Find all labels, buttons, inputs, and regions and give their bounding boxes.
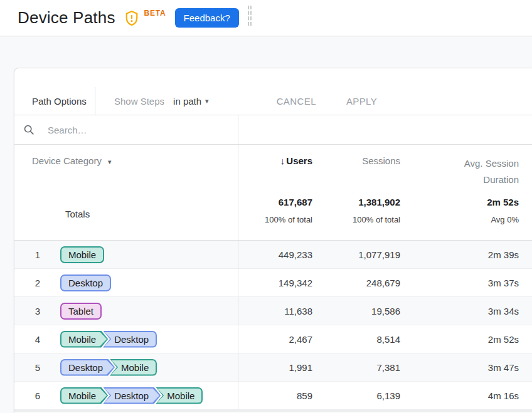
path-chip-desktop[interactable]: Desktop [60, 274, 111, 291]
column-header-sessions[interactable]: Sessions [312, 145, 400, 191]
path-chip-mobile[interactable]: Mobile [156, 387, 203, 404]
path-options-label: Path Options [14, 96, 95, 107]
cell-sessions: 1,077,919 [312, 249, 400, 260]
device-path: MobileDesktop [60, 331, 157, 348]
feedback-button[interactable]: Feedback? [175, 8, 239, 28]
apply-button[interactable]: APPLY [346, 96, 377, 107]
path-chip-desktop[interactable]: Desktop [60, 359, 115, 376]
sort-descending-icon: ↓ [280, 155, 285, 166]
drag-handle[interactable] [248, 6, 252, 26]
path-chip-desktop[interactable]: Desktop [103, 387, 161, 404]
beta-shield-icon [125, 10, 139, 26]
beta-badge: BETA [144, 9, 166, 18]
table-row: 1Mobile449,2331,077,9192m 39s [14, 241, 532, 269]
row-index: 4 [29, 334, 46, 345]
cell-users: 149,342 [238, 278, 312, 288]
cell-avg: 3m 47s [400, 362, 532, 373]
table-header: Device Category ▾ ↓Users Sessions Avg. S… [14, 145, 532, 191]
dimension-header-dropdown[interactable]: Device Category ▾ [14, 145, 238, 191]
totals-users: 617,687 100% of total [238, 191, 312, 240]
cell-users: 449,233 [238, 249, 312, 260]
partial-next-row [14, 410, 532, 412]
cell-sessions: 19,586 [312, 306, 400, 316]
page-title: Device Paths [18, 8, 115, 28]
row-index: 5 [29, 362, 46, 373]
cell-sessions: 7,381 [312, 362, 400, 373]
cell-avg: 2m 39s [400, 249, 532, 260]
app-header: Device Paths BETA Feedback? [0, 0, 532, 36]
table-row: 2Desktop149,342248,6793m 37s [14, 269, 532, 297]
device-path: Desktop [60, 274, 111, 291]
search-bar [14, 115, 532, 145]
totals-label: Totals [14, 191, 238, 240]
show-steps-label: Show Steps [114, 96, 164, 107]
row-index: 2 [29, 278, 46, 288]
search-icon [23, 124, 35, 135]
chevron-down-icon: ▾ [205, 97, 209, 105]
cell-avg: 3m 37s [400, 278, 532, 288]
row-index: 1 [29, 249, 46, 260]
table-row: 5DesktopMobile1,9917,3813m 47s [14, 353, 532, 382]
cell-avg: 3m 34s [400, 306, 532, 316]
cell-users: 859 [238, 390, 312, 401]
cell-avg: 4m 16s [400, 390, 532, 401]
cell-users: 1,991 [238, 362, 312, 373]
column-header-users[interactable]: ↓Users [238, 145, 312, 191]
totals-row: Totals 617,687 100% of total 1,381,902 1… [14, 191, 532, 241]
path-chip-mobile[interactable]: Mobile [60, 246, 104, 263]
device-path: Tablet [60, 303, 102, 320]
cell-users: 11,638 [238, 306, 312, 316]
device-path: DesktopMobile [60, 359, 157, 376]
chevron-down-icon: ▾ [108, 158, 112, 165]
path-chip-mobile[interactable]: Mobile [60, 331, 108, 348]
device-paths-card: Path Options Show Steps in path ▾ CANCEL… [14, 68, 532, 413]
totals-avg-session-duration: 2m 52s Avg 0% [400, 191, 532, 240]
path-chip-mobile[interactable]: Mobile [110, 359, 157, 376]
path-chip-tablet[interactable]: Tablet [60, 303, 102, 320]
row-index: 3 [29, 306, 46, 316]
cell-sessions: 8,514 [312, 334, 400, 345]
row-index: 6 [29, 390, 46, 401]
table-body: 1Mobile449,2331,077,9192m 39s2Desktop149… [14, 241, 532, 410]
cancel-button[interactable]: CANCEL [277, 96, 316, 107]
table-row: 4MobileDesktop2,4678,5142m 52s [14, 325, 532, 353]
cell-avg: 2m 52s [400, 334, 532, 345]
search-input[interactable] [48, 125, 198, 135]
device-path: MobileDesktopMobile [60, 387, 203, 404]
totals-sessions: 1,381,902 100% of total [312, 191, 400, 240]
table-row: 3Tablet11,63819,5863m 34s [14, 297, 532, 325]
device-path: Mobile [60, 246, 104, 263]
cell-sessions: 248,679 [312, 278, 400, 288]
path-options-bar: Path Options Show Steps in path ▾ CANCEL… [14, 87, 532, 115]
show-steps-dropdown[interactable]: in path ▾ [173, 96, 209, 107]
path-chip-mobile[interactable]: Mobile [60, 387, 108, 404]
column-header-avg-session-duration[interactable]: Avg. Session Duration [400, 145, 532, 191]
path-chip-desktop[interactable]: Desktop [103, 331, 157, 348]
table-row: 6MobileDesktopMobile8596,1394m 16s [14, 382, 532, 410]
cell-sessions: 6,139 [312, 390, 400, 401]
cell-users: 2,467 [238, 334, 312, 345]
